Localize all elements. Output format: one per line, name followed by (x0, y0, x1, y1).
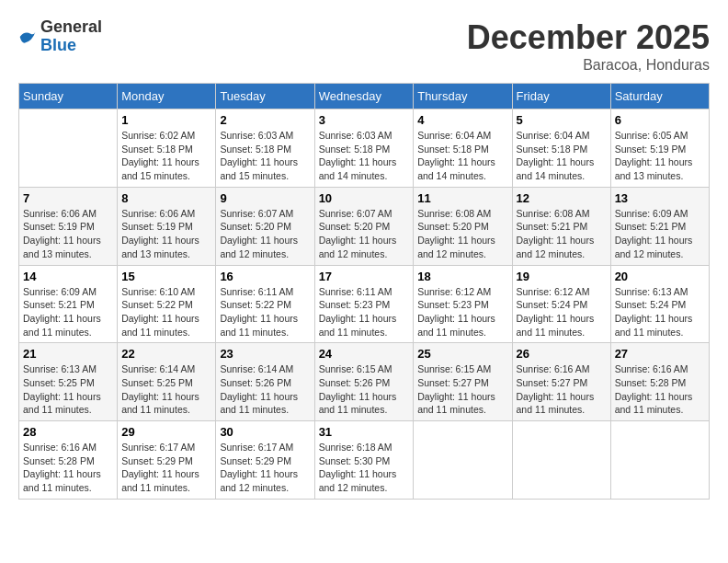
day-number: 24 (319, 347, 410, 361)
calendar-cell (512, 421, 610, 500)
day-info: Sunrise: 6:06 AMSunset: 5:19 PMDaylight:… (23, 207, 113, 261)
day-number: 26 (517, 347, 607, 361)
calendar-cell: 19Sunrise: 6:12 AMSunset: 5:24 PMDayligh… (512, 265, 610, 343)
calendar-cell: 1Sunrise: 6:02 AMSunset: 5:18 PMDaylight… (118, 109, 216, 188)
day-number: 28 (23, 425, 113, 439)
day-number: 18 (417, 270, 507, 283)
calendar-cell: 27Sunrise: 6:16 AMSunset: 5:28 PMDayligh… (610, 343, 709, 421)
day-number: 1 (121, 113, 211, 127)
calendar-cell: 23Sunrise: 6:14 AMSunset: 5:26 PMDayligh… (216, 343, 314, 421)
day-info: Sunrise: 6:13 AMSunset: 5:24 PMDaylight:… (615, 285, 705, 339)
calendar-cell: 30Sunrise: 6:17 AMSunset: 5:29 PMDayligh… (216, 421, 314, 500)
calendar-cell: 31Sunrise: 6:18 AMSunset: 5:30 PMDayligh… (314, 421, 414, 500)
calendar-day-header: Saturday (610, 84, 709, 109)
day-info: Sunrise: 6:07 AMSunset: 5:20 PMDaylight:… (220, 207, 310, 261)
day-info: Sunrise: 6:16 AMSunset: 5:28 PMDaylight:… (23, 441, 113, 495)
location: Baracoa, Honduras (467, 57, 710, 74)
calendar-day-header: Sunday (19, 84, 118, 109)
day-number: 2 (220, 113, 310, 127)
day-info: Sunrise: 6:12 AMSunset: 5:23 PMDaylight:… (417, 285, 507, 339)
calendar-cell: 9Sunrise: 6:07 AMSunset: 5:20 PMDaylight… (216, 187, 314, 265)
calendar-cell: 24Sunrise: 6:15 AMSunset: 5:26 PMDayligh… (314, 343, 414, 421)
day-number: 21 (23, 347, 113, 361)
calendar-cell: 25Sunrise: 6:15 AMSunset: 5:27 PMDayligh… (414, 343, 512, 421)
calendar-cell: 20Sunrise: 6:13 AMSunset: 5:24 PMDayligh… (610, 265, 709, 343)
day-info: Sunrise: 6:16 AMSunset: 5:27 PMDaylight:… (517, 362, 607, 417)
day-number: 12 (517, 191, 607, 205)
title-block: December 2025 Baracoa, Honduras (467, 18, 710, 74)
day-number: 27 (615, 347, 705, 361)
calendar-cell: 22Sunrise: 6:14 AMSunset: 5:25 PMDayligh… (118, 343, 216, 421)
calendar-day-header: Thursday (414, 84, 512, 109)
calendar-cell: 4Sunrise: 6:04 AMSunset: 5:18 PMDaylight… (414, 109, 512, 188)
day-number: 4 (417, 113, 507, 127)
calendar-cell: 21Sunrise: 6:13 AMSunset: 5:25 PMDayligh… (19, 343, 118, 421)
day-info: Sunrise: 6:04 AMSunset: 5:18 PMDaylight:… (417, 129, 507, 183)
calendar-cell: 28Sunrise: 6:16 AMSunset: 5:28 PMDayligh… (19, 421, 118, 500)
calendar-cell: 8Sunrise: 6:06 AMSunset: 5:19 PMDaylight… (118, 187, 216, 265)
logo-blue: Blue (40, 37, 102, 55)
day-info: Sunrise: 6:07 AMSunset: 5:20 PMDaylight:… (319, 207, 410, 261)
logo-general: General (40, 18, 102, 37)
day-info: Sunrise: 6:18 AMSunset: 5:30 PMDaylight:… (319, 441, 410, 495)
day-info: Sunrise: 6:03 AMSunset: 5:18 PMDaylight:… (319, 129, 410, 183)
calendar-cell: 15Sunrise: 6:10 AMSunset: 5:22 PMDayligh… (118, 265, 216, 343)
day-info: Sunrise: 6:02 AMSunset: 5:18 PMDaylight:… (121, 129, 211, 183)
calendar-day-header: Friday (512, 84, 610, 109)
calendar-week-row: 21Sunrise: 6:13 AMSunset: 5:25 PMDayligh… (19, 343, 710, 421)
day-info: Sunrise: 6:14 AMSunset: 5:26 PMDaylight:… (220, 362, 310, 417)
day-info: Sunrise: 6:11 AMSunset: 5:23 PMDaylight:… (319, 285, 410, 339)
day-info: Sunrise: 6:06 AMSunset: 5:19 PMDaylight:… (121, 207, 211, 261)
calendar-cell: 3Sunrise: 6:03 AMSunset: 5:18 PMDaylight… (314, 109, 414, 188)
day-info: Sunrise: 6:13 AMSunset: 5:25 PMDaylight:… (23, 362, 113, 417)
day-number: 15 (121, 270, 211, 283)
day-info: Sunrise: 6:08 AMSunset: 5:21 PMDaylight:… (517, 207, 607, 261)
calendar-cell: 16Sunrise: 6:11 AMSunset: 5:22 PMDayligh… (216, 265, 314, 343)
day-number: 22 (121, 347, 211, 361)
calendar-cell: 14Sunrise: 6:09 AMSunset: 5:21 PMDayligh… (19, 265, 118, 343)
calendar-week-row: 28Sunrise: 6:16 AMSunset: 5:28 PMDayligh… (19, 421, 710, 500)
calendar-cell: 7Sunrise: 6:06 AMSunset: 5:19 PMDaylight… (19, 187, 118, 265)
day-info: Sunrise: 6:09 AMSunset: 5:21 PMDaylight:… (615, 207, 705, 261)
day-info: Sunrise: 6:16 AMSunset: 5:28 PMDaylight:… (615, 362, 705, 417)
day-number: 10 (319, 191, 410, 205)
day-info: Sunrise: 6:05 AMSunset: 5:19 PMDaylight:… (615, 129, 705, 183)
day-info: Sunrise: 6:03 AMSunset: 5:18 PMDaylight:… (220, 129, 310, 183)
calendar-cell: 13Sunrise: 6:09 AMSunset: 5:21 PMDayligh… (610, 187, 709, 265)
day-number: 20 (615, 270, 705, 283)
day-number: 31 (319, 425, 410, 439)
day-info: Sunrise: 6:12 AMSunset: 5:24 PMDaylight:… (517, 285, 607, 339)
day-number: 7 (23, 191, 113, 205)
month-title: December 2025 (467, 18, 710, 57)
day-number: 9 (220, 191, 310, 205)
day-number: 16 (220, 270, 310, 283)
calendar-week-row: 14Sunrise: 6:09 AMSunset: 5:21 PMDayligh… (19, 265, 710, 343)
calendar-cell (414, 421, 512, 500)
day-info: Sunrise: 6:08 AMSunset: 5:20 PMDaylight:… (417, 207, 507, 261)
day-info: Sunrise: 6:14 AMSunset: 5:25 PMDaylight:… (121, 362, 211, 417)
calendar-cell: 29Sunrise: 6:17 AMSunset: 5:29 PMDayligh… (118, 421, 216, 500)
calendar-cell: 18Sunrise: 6:12 AMSunset: 5:23 PMDayligh… (414, 265, 512, 343)
day-number: 3 (319, 113, 410, 127)
day-number: 30 (220, 425, 310, 439)
day-number: 17 (319, 270, 410, 283)
logo: General Blue (18, 18, 102, 55)
calendar-cell: 26Sunrise: 6:16 AMSunset: 5:27 PMDayligh… (512, 343, 610, 421)
calendar-week-row: 1Sunrise: 6:02 AMSunset: 5:18 PMDaylight… (19, 109, 710, 188)
calendar-cell: 10Sunrise: 6:07 AMSunset: 5:20 PMDayligh… (314, 187, 414, 265)
day-info: Sunrise: 6:04 AMSunset: 5:18 PMDaylight:… (517, 129, 607, 183)
logo-icon (18, 28, 37, 46)
day-number: 8 (121, 191, 211, 205)
day-info: Sunrise: 6:17 AMSunset: 5:29 PMDaylight:… (121, 441, 211, 495)
day-info: Sunrise: 6:09 AMSunset: 5:21 PMDaylight:… (23, 285, 113, 339)
calendar-cell: 2Sunrise: 6:03 AMSunset: 5:18 PMDaylight… (216, 109, 314, 188)
day-number: 25 (417, 347, 507, 361)
logo-text: General Blue (40, 18, 102, 55)
calendar-cell: 5Sunrise: 6:04 AMSunset: 5:18 PMDaylight… (512, 109, 610, 188)
calendar-header-row: SundayMondayTuesdayWednesdayThursdayFrid… (19, 84, 710, 109)
day-number: 13 (615, 191, 705, 205)
day-number: 11 (417, 191, 507, 205)
day-info: Sunrise: 6:17 AMSunset: 5:29 PMDaylight:… (220, 441, 310, 495)
calendar-table: SundayMondayTuesdayWednesdayThursdayFrid… (18, 83, 710, 500)
calendar-day-header: Wednesday (314, 84, 414, 109)
